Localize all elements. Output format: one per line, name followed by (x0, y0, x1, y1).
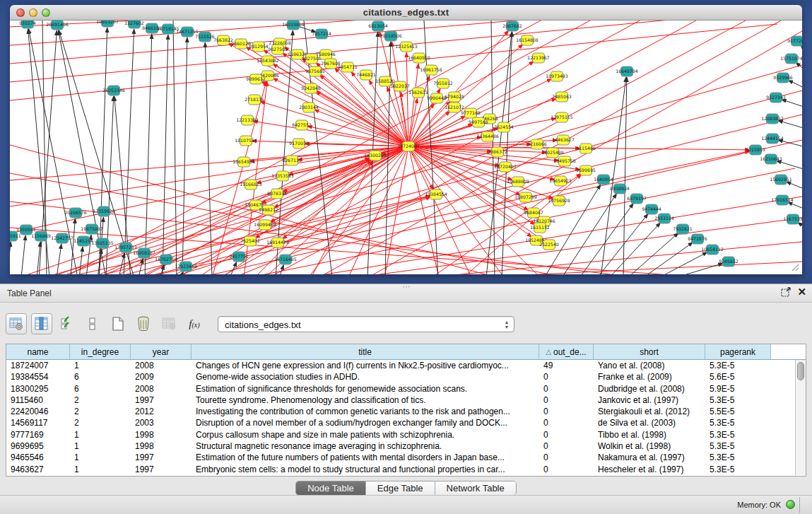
table-cell[interactable]: de Silva et al. (2003) (594, 417, 705, 428)
table-cell[interactable]: 9463627 (6, 464, 70, 475)
table-cell[interactable]: Changes of HCN gene expression and I(f) … (192, 360, 539, 371)
table-cell[interactable]: 18724007 (6, 360, 70, 371)
table-cell[interactable]: 0 (539, 464, 594, 475)
graph-node[interactable]: 7485063 (552, 92, 572, 102)
table-cell[interactable]: 2 (70, 395, 131, 406)
table-cell[interactable]: 1997 (131, 464, 192, 475)
close-panel-icon[interactable]: ✕ (797, 287, 806, 297)
table-cell[interactable]: 1998 (131, 440, 192, 452)
table-row[interactable]: 977716911998Corpus callosum shape and si… (6, 429, 806, 440)
table-cell[interactable]: Hescheler et al. (1997) (594, 464, 705, 475)
table-cell[interactable]: 5.3E-5 (705, 452, 771, 463)
graph-node[interactable]: 935574 (19, 21, 36, 28)
table-cell[interactable]: 5.3E-5 (705, 464, 771, 475)
graph-node[interactable]: 9115460 (576, 144, 596, 153)
graph-node[interactable]: 7515526 (195, 32, 215, 42)
table-cell[interactable]: 5.3E-5 (705, 440, 771, 452)
network-canvas[interactable]: 9355742069140610653287152760284661601071… (10, 21, 802, 274)
graph-node[interactable]: 12342757 (51, 233, 73, 243)
graph-node[interactable]: 9177264 (787, 36, 802, 46)
select-all-icon[interactable] (57, 313, 78, 334)
table-cell[interactable]: 1997 (131, 452, 192, 463)
graph-node[interactable]: 3915911 (10, 231, 21, 241)
graph-node[interactable]: 10654112 (701, 245, 724, 255)
graph-node[interactable]: 20691406 (46, 21, 69, 30)
table-row[interactable]: 946554611997Estimation of the future num… (6, 452, 806, 463)
table-cell[interactable]: Estimation of significance thresholds fo… (192, 383, 539, 395)
splitter-handle[interactable] (401, 285, 411, 288)
graph-node[interactable]: 6813054 (368, 21, 388, 31)
table-cell[interactable]: 1998 (131, 429, 192, 440)
delete-column-icon[interactable] (133, 313, 154, 334)
graph-node[interactable]: 2718176 (245, 95, 264, 105)
table-cell[interactable]: 1 (70, 452, 131, 463)
float-panel-icon[interactable] (781, 287, 791, 297)
table-cell[interactable]: 5.3E-5 (705, 417, 771, 428)
tab-network-table[interactable]: Network Table (435, 481, 516, 495)
graph-node[interactable]: 5822037 (390, 81, 410, 91)
table-vertical-scrollbar[interactable] (795, 360, 806, 475)
scrollbar-thumb[interactable] (797, 362, 804, 380)
table-cell[interactable]: 9699695 (6, 440, 70, 452)
graph-node[interactable]: 1362615 (408, 88, 428, 98)
graph-node[interactable]: 1615152 (530, 223, 550, 233)
table-row[interactable]: 2242004622012Investigating the contribut… (6, 406, 806, 417)
table-cell[interactable]: 1 (70, 360, 131, 371)
graph-node[interactable]: 15716485 (274, 255, 297, 264)
graph-node[interactable]: 2087682 (502, 21, 522, 31)
table-row[interactable]: 1830029562008Estimation of significance … (6, 383, 806, 395)
table-cell[interactable]: 0 (539, 406, 594, 417)
graph-node[interactable]: 16543882 (257, 56, 279, 66)
table-source-combobox[interactable]: citations_edges.txt ▲▼ (218, 316, 514, 332)
graph-node[interactable]: 17016514 (771, 195, 794, 205)
graph-node[interactable]: 16640910 (408, 53, 430, 63)
table-cell[interactable]: 14569117 (6, 417, 70, 428)
graph-node[interactable]: 7955812 (433, 78, 453, 88)
table-cell[interactable]: 6 (70, 371, 131, 382)
graph-node[interactable]: 9242848 (301, 83, 321, 93)
column-header-name[interactable]: name (6, 344, 70, 359)
graph-node[interactable]: 10654938 (233, 157, 255, 167)
graph-node[interactable]: 16782759 (155, 255, 177, 264)
table-row[interactable]: 969969511998Structural magnetic resonanc… (6, 440, 806, 452)
table-cell[interactable]: Disruption of a novel member of a sodium… (192, 417, 539, 428)
table-cell[interactable]: 18300295 (6, 383, 70, 395)
function-builder-icon[interactable]: f(x) (184, 313, 205, 334)
table-cell[interactable]: Jankovic et al. (1997) (594, 395, 705, 406)
graph-node[interactable]: 8427552 (292, 120, 312, 130)
graph-node[interactable]: 10688809 (507, 177, 529, 187)
graph-node[interactable]: 8454711 (338, 62, 358, 72)
graph-node[interactable]: 7446821 (356, 70, 376, 80)
table-cell[interactable]: Corpus callosum shape and size in male p… (192, 429, 539, 440)
column-header-short[interactable]: short (594, 344, 705, 359)
graph-node[interactable]: 18807299 (514, 192, 537, 202)
table-cell[interactable]: 9465546 (6, 452, 70, 463)
graph-node[interactable]: 3624554 (494, 122, 514, 132)
table-cell[interactable]: 2009 (131, 371, 192, 382)
table-cell[interactable]: 5.9E-5 (705, 383, 771, 395)
graph-node[interactable]: 8267130 (282, 156, 302, 165)
table-cell[interactable]: 5.3E-5 (705, 429, 771, 440)
graph-node[interactable]: 12975115 (551, 112, 573, 122)
table-cell[interactable]: 0 (539, 440, 594, 452)
graph-node[interactable]: 8938924 (610, 184, 630, 194)
table-cell[interactable]: 0 (539, 429, 594, 440)
graph-node[interactable]: 12325413 (395, 42, 418, 52)
graph-node[interactable]: 16648784 (616, 66, 638, 76)
memory-ok-led-icon[interactable] (786, 500, 795, 509)
graph-node[interactable]: 19218506 (379, 31, 402, 41)
table-row[interactable]: 911546021997Tourette syndrome. Phenomeno… (6, 395, 806, 406)
table-cell[interactable]: 2008 (131, 383, 192, 395)
table-cell[interactable]: 0 (539, 371, 594, 382)
table-cell[interactable]: Franke et al. (2009) (594, 371, 705, 382)
graph-node[interactable]: 2522540 (539, 240, 559, 250)
table-cell[interactable]: 1997 (131, 395, 192, 406)
table-cell[interactable]: 1 (70, 429, 131, 440)
table-row[interactable]: 1872400712008Changes of HCN gene express… (6, 360, 806, 371)
table-cell[interactable]: 0 (539, 395, 594, 406)
table-cell[interactable]: 0 (539, 417, 594, 428)
graph-node[interactable]: 10653287 (96, 21, 119, 27)
column-header-year[interactable]: year (131, 344, 192, 359)
table-cell[interactable]: Investigating the contribution of common… (192, 406, 539, 417)
graph-node[interactable]: 15751074 (780, 54, 802, 64)
